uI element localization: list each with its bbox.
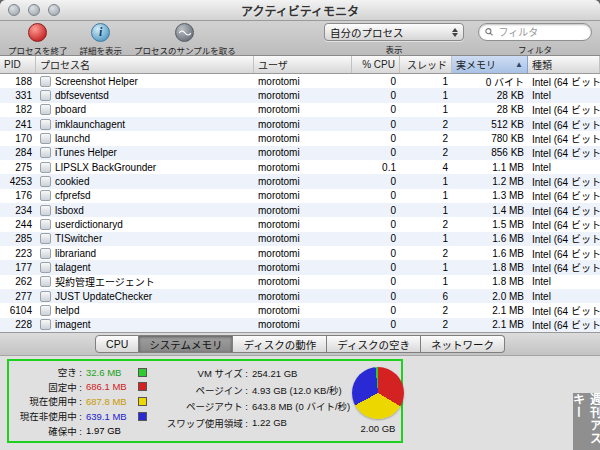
cell-kind: Intel (64 ビット) xyxy=(528,74,600,89)
close-button[interactable] xyxy=(8,4,20,16)
table-row[interactable]: 277JUST UpdateCheckermorotomi062.0 MBInt… xyxy=(0,289,600,303)
table-row[interactable]: 176cfprefsdmorotomi011.3 MBIntel (64 ビット… xyxy=(0,189,600,203)
table-row[interactable]: 177talagentmorotomi011.8 MBIntel (64 ビット… xyxy=(0,260,600,274)
table-row[interactable]: 275LIPSLX BackGroundermorotomi0.141.1 MB… xyxy=(0,160,600,174)
process-table-body: 188Screenshot Helpermorotomi010 バイトIntel… xyxy=(0,74,600,332)
table-row[interactable]: 241imklaunchagentmorotomi02512 KBIntel (… xyxy=(0,117,600,131)
cell-kind: Intel (64 ビット) xyxy=(528,203,600,218)
cell-real-memory: 780 KB xyxy=(452,133,528,144)
vm-stat-value: 4.93 GB (12.0 KB/秒) xyxy=(252,383,342,397)
cell-user: morotomi xyxy=(254,133,352,144)
vm-stats: VM サイズ :254.21 GBページイン :4.93 GB (12.0 KB… xyxy=(160,365,352,437)
cell-threads: 1 xyxy=(400,76,452,87)
cell-kind: Intel xyxy=(528,90,600,101)
column-header-user[interactable]: ユーザ xyxy=(254,56,352,73)
minimize-button[interactable] xyxy=(28,4,40,16)
table-row[interactable]: 285TISwitchermorotomi011.6 MBIntel (64 ビ… xyxy=(0,232,600,246)
process-icon xyxy=(40,276,51,287)
tab-4[interactable]: ディスクの空き xyxy=(327,335,421,353)
cell-threads: 1 xyxy=(400,176,452,187)
cell-process-name: helpd xyxy=(36,305,254,316)
cell-user: morotomi xyxy=(254,104,352,115)
table-row[interactable]: 244userdictionarydmorotomi021.5 MBIntel … xyxy=(0,217,600,231)
process-filter-popup[interactable]: 自分のプロセス xyxy=(324,23,464,41)
table-row[interactable]: 331dbfseventsdmorotomi0128 KBIntel xyxy=(0,88,600,102)
cell-process-name: iTunes Helper xyxy=(36,147,254,158)
cell-cpu: 0 xyxy=(352,219,400,230)
cell-user: morotomi xyxy=(254,176,352,187)
popup-caption: 表示 xyxy=(385,43,402,55)
cell-cpu: 0 xyxy=(352,291,400,302)
cell-cpu: 0 xyxy=(352,233,400,244)
popup-arrows-icon xyxy=(452,28,458,37)
cell-kind: Intel (64 ビット) xyxy=(528,217,600,232)
cell-pid: 223 xyxy=(0,248,36,259)
filter-search-field[interactable] xyxy=(478,23,592,41)
column-header-kind[interactable]: 種類 xyxy=(528,56,600,73)
cell-real-memory: 28 KB xyxy=(452,104,528,115)
column-header-pid[interactable]: PID xyxy=(0,56,36,73)
vm-stat-row: ページイン :4.93 GB (12.0 KB/秒) xyxy=(160,382,352,399)
tab-1[interactable]: CPU xyxy=(95,335,139,353)
cell-user: morotomi xyxy=(254,219,352,230)
cell-real-memory: 2.1 MB xyxy=(452,305,528,316)
table-row[interactable]: 170launchdmorotomi02780 KBIntel (64 ビット) xyxy=(0,131,600,145)
table-row[interactable]: 6104helpdmorotomi022.1 MBIntel (64 ビット) xyxy=(0,303,600,317)
filter-search-input[interactable] xyxy=(496,26,585,39)
cell-real-memory: 2.1 MB xyxy=(452,319,528,330)
vm-stat-label: VM サイズ : xyxy=(160,366,248,380)
cell-user: morotomi xyxy=(254,119,352,130)
tab-5[interactable]: ネットワーク xyxy=(421,335,505,353)
tab-2[interactable]: システムメモリ xyxy=(139,335,233,353)
stat-value: 32.6 MB xyxy=(86,367,138,378)
color-swatch xyxy=(138,397,147,406)
sample-process-button[interactable]: プロセスのサンプルを取る xyxy=(134,23,236,56)
quit-process-button[interactable]: プロセスを終了 xyxy=(8,23,68,56)
column-header-threads[interactable]: スレッド xyxy=(400,56,452,73)
table-row[interactable]: 4253cookiedmorotomi011.2 MBIntel (64 ビット… xyxy=(0,174,600,188)
process-icon xyxy=(40,90,51,101)
stat-value: 687.8 MB xyxy=(86,396,138,407)
table-row[interactable]: 284iTunes Helpermorotomi02856 KBIntel (6… xyxy=(0,146,600,160)
cell-user: morotomi xyxy=(254,162,352,173)
table-row[interactable]: 223librariandmorotomi021.6 MBIntel (64 ビ… xyxy=(0,246,600,260)
cell-pid: 228 xyxy=(0,319,36,330)
inspect-button[interactable]: 詳細を表示 xyxy=(80,23,123,56)
cell-threads: 2 xyxy=(400,248,452,259)
table-row[interactable]: 262契約管理エージェントmorotomi011.8 MBIntel xyxy=(0,275,600,289)
cell-process-name: launchd xyxy=(36,133,254,144)
cell-pid: 177 xyxy=(0,262,36,273)
table-row[interactable]: 188Screenshot Helpermorotomi010 バイトIntel… xyxy=(0,74,600,88)
cell-pid: 284 xyxy=(0,147,36,158)
zoom-button[interactable] xyxy=(48,4,60,16)
cell-pid: 170 xyxy=(0,133,36,144)
tab-3[interactable]: ディスクの動作 xyxy=(233,335,327,353)
title-bar[interactable]: アクティビティモニタ xyxy=(0,0,600,21)
stat-label: 現在使用中 : xyxy=(14,394,82,408)
table-row[interactable]: 234lsboxdmorotomi011.4 MBIntel (64 ビット) xyxy=(0,203,600,217)
cell-pid: 234 xyxy=(0,205,36,216)
cell-cpu: 0 xyxy=(352,190,400,201)
process-icon xyxy=(40,305,51,316)
vm-stat-row: ページアウト :643.8 MB (0 バイト/秒) xyxy=(160,398,352,415)
cell-threads: 1 xyxy=(400,205,452,216)
column-header-name[interactable]: プロセス名 xyxy=(36,56,254,73)
stat-value: 686.1 MB xyxy=(86,381,138,392)
process-icon xyxy=(40,219,51,230)
cell-threads: 1 xyxy=(400,104,452,115)
cell-user: morotomi xyxy=(254,276,352,287)
cell-threads: 1 xyxy=(400,233,452,244)
cell-threads: 1 xyxy=(400,262,452,273)
cell-process-name: JUST UpdateChecker xyxy=(36,291,254,302)
table-row[interactable]: 228imagentmorotomi022.1 MBIntel (64 ビット) xyxy=(0,318,600,332)
table-row[interactable]: 182pboardmorotomi0128 KBIntel (64 ビット) xyxy=(0,103,600,117)
vm-stat-label: ページイン : xyxy=(160,383,248,397)
color-swatch xyxy=(138,368,147,377)
column-header-real-memory[interactable]: 実メモリ ▲ xyxy=(452,56,528,73)
cell-kind: Intel (64 ビット) xyxy=(528,174,600,189)
magazine-watermark: 週刊アスキー xyxy=(573,393,600,450)
cell-user: morotomi xyxy=(254,76,352,87)
column-header-cpu[interactable]: % CPU xyxy=(352,56,400,73)
process-icon xyxy=(40,133,51,144)
popup-selected-value: 自分のプロセス xyxy=(330,25,404,40)
